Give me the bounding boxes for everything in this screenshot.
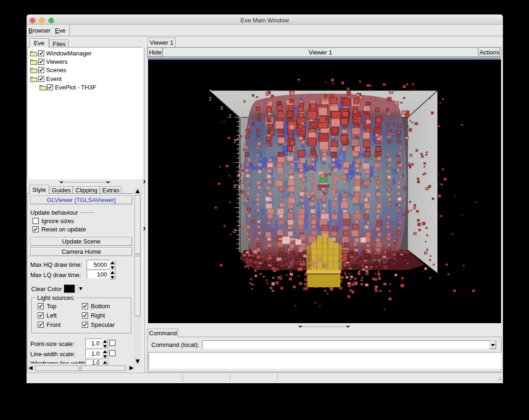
- svg-text:2: 2: [209, 96, 211, 102]
- svg-text:2: 2: [233, 139, 236, 144]
- svg-text:-2: -2: [232, 229, 236, 234]
- svg-text:-2: -2: [227, 114, 231, 119]
- svg-text:0: 0: [233, 184, 236, 189]
- svg-text:0: 0: [220, 106, 223, 111]
